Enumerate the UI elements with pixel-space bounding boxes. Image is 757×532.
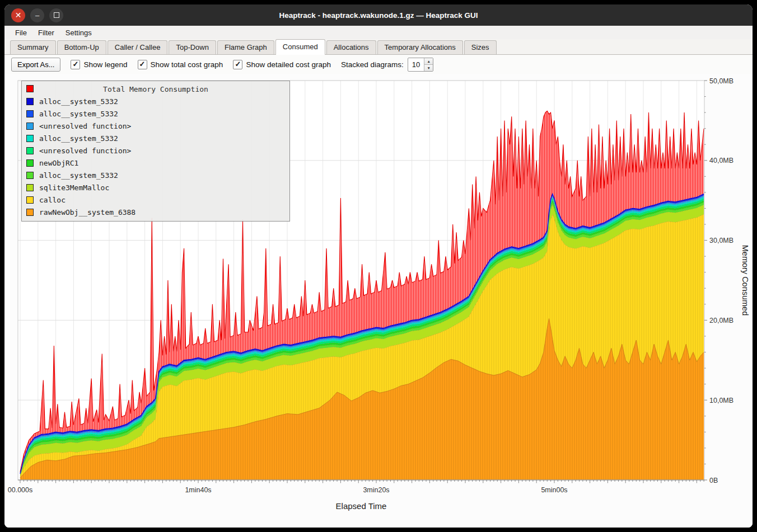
checkbox-label: Show detailed cost graph bbox=[246, 60, 331, 69]
legend-item: alloc__system_5332 bbox=[25, 132, 286, 144]
legend-item: alloc__system_5332 bbox=[25, 107, 286, 120]
legend-item: <unresolved function> bbox=[25, 120, 286, 132]
checkmark-icon: ✓ bbox=[139, 60, 146, 68]
svg-text:Memory Consumed: Memory Consumed bbox=[741, 245, 750, 316]
legend-item: alloc__system_5332 bbox=[25, 169, 286, 181]
minimize-icon: – bbox=[35, 12, 39, 19]
legend-item: sqlite3MemMalloc bbox=[25, 181, 286, 194]
legend-item-label: <unresolved function> bbox=[39, 147, 131, 155]
checkmark-icon: ✓ bbox=[73, 60, 79, 68]
tab-sizes[interactable]: Sizes bbox=[464, 40, 497, 54]
spin-up-button[interactable]: ▲ bbox=[424, 58, 433, 65]
legend-item-label: <unresolved function> bbox=[39, 122, 131, 130]
svg-text:0B: 0B bbox=[709, 477, 718, 484]
legend-color-swatch bbox=[26, 209, 34, 216]
tab-bar: Summary Bottom-Up Caller / Callee Top-Do… bbox=[4, 39, 753, 55]
spinbox-value: 10 bbox=[408, 58, 424, 71]
checkmark-icon: ✓ bbox=[235, 60, 241, 68]
window-title: Heaptrack - heaptrack.wakunode.1.gz — He… bbox=[4, 11, 753, 20]
legend-item-label: alloc__system_5332 bbox=[39, 171, 118, 180]
maximize-button[interactable] bbox=[49, 8, 63, 22]
tab-temporary-allocations[interactable]: Temporary Allocations bbox=[377, 40, 463, 54]
legend-item-label: sqlite3MemMalloc bbox=[39, 183, 109, 192]
maximize-icon bbox=[54, 12, 59, 18]
svg-text:1min40s: 1min40s bbox=[185, 486, 211, 494]
menu-settings[interactable]: Settings bbox=[60, 27, 97, 38]
checkbox-label: Show legend bbox=[83, 60, 127, 69]
legend-item: rawNewObj__system_6388 bbox=[25, 206, 286, 218]
legend-title: Total Memory Consumption bbox=[103, 85, 208, 93]
heaptrack-window: ✕ – Heaptrack - heaptrack.wakunode.1.gz … bbox=[4, 4, 753, 528]
svg-text:30,0MB: 30,0MB bbox=[709, 237, 733, 244]
legend-color-swatch bbox=[26, 159, 34, 167]
legend-rows: alloc__system_5332 alloc__system_5332 <u… bbox=[25, 95, 286, 218]
stacked-diagrams-label: Stacked diagrams: bbox=[341, 60, 404, 69]
svg-text:3min20s: 3min20s bbox=[363, 486, 389, 494]
legend-item: <unresolved function> bbox=[25, 144, 286, 157]
toolbar: Export As... ✓ Show legend ✓ Show total … bbox=[4, 55, 753, 74]
show-total-cost-graph-checkbox[interactable]: ✓ Show total cost graph bbox=[138, 60, 223, 69]
export-as-button[interactable]: Export As... bbox=[11, 58, 60, 72]
svg-text:5min00s: 5min00s bbox=[541, 486, 567, 494]
window-controls: ✕ – bbox=[11, 8, 63, 22]
legend-item-label: alloc__system_5332 bbox=[39, 97, 118, 106]
legend-color-swatch bbox=[26, 98, 34, 105]
legend-color-swatch bbox=[26, 184, 34, 191]
chart-legend: Total Memory Consumption alloc__system_5… bbox=[21, 81, 290, 222]
legend-item: newObjRC1 bbox=[25, 157, 286, 169]
tab-allocations[interactable]: Allocations bbox=[326, 40, 376, 54]
svg-text:00.000s: 00.000s bbox=[8, 486, 32, 494]
show-detailed-cost-graph-checkbox[interactable]: ✓ Show detailed cost graph bbox=[233, 60, 331, 69]
legend-color-swatch bbox=[26, 172, 34, 179]
legend-color-swatch bbox=[26, 123, 34, 130]
close-icon: ✕ bbox=[15, 11, 22, 19]
legend-item-label: alloc__system_5332 bbox=[39, 110, 118, 118]
tab-caller-callee[interactable]: Caller / Callee bbox=[108, 40, 168, 54]
tab-consumed[interactable]: Consumed bbox=[275, 39, 325, 55]
legend-item: alloc__system_5332 bbox=[25, 95, 286, 107]
titlebar: ✕ – Heaptrack - heaptrack.wakunode.1.gz … bbox=[4, 4, 753, 26]
legend-item-label: newObjRC1 bbox=[39, 159, 78, 167]
checkbox-icon: ✓ bbox=[233, 60, 242, 69]
spinbox-buttons: ▲ ▼ bbox=[424, 58, 433, 71]
checkbox-icon: ✓ bbox=[71, 60, 80, 69]
memory-consumption-chart: 0B10,0MB20,0MB30,0MB40,0MB50,0MB00.000s1… bbox=[4, 74, 753, 528]
spin-down-button[interactable]: ▼ bbox=[424, 65, 433, 71]
tab-summary[interactable]: Summary bbox=[10, 40, 56, 54]
close-button[interactable]: ✕ bbox=[11, 8, 25, 22]
svg-text:20,0MB: 20,0MB bbox=[709, 317, 733, 324]
checkbox-icon: ✓ bbox=[138, 60, 147, 69]
stacked-diagrams-control: Stacked diagrams: 10 ▲ ▼ bbox=[341, 58, 433, 72]
menu-filter[interactable]: Filter bbox=[33, 27, 59, 38]
menu-file[interactable]: File bbox=[10, 27, 32, 38]
tab-top-down[interactable]: Top-Down bbox=[169, 40, 216, 54]
legend-item-label: rawNewObj__system_6388 bbox=[39, 208, 135, 216]
legend-item: calloc bbox=[25, 194, 286, 206]
svg-text:50,0MB: 50,0MB bbox=[709, 77, 733, 85]
checkbox-label: Show total cost graph bbox=[151, 60, 223, 69]
svg-text:40,0MB: 40,0MB bbox=[709, 157, 733, 164]
legend-color-swatch bbox=[26, 85, 34, 92]
legend-title-row: Total Memory Consumption bbox=[25, 83, 286, 95]
legend-color-swatch bbox=[26, 110, 34, 117]
svg-text:Elapsed Time: Elapsed Time bbox=[336, 501, 387, 511]
legend-color-swatch bbox=[26, 196, 34, 204]
stacked-diagrams-spinbox[interactable]: 10 ▲ ▼ bbox=[408, 58, 433, 72]
show-legend-checkbox[interactable]: ✓ Show legend bbox=[71, 60, 127, 69]
legend-item-label: alloc__system_5332 bbox=[39, 134, 118, 143]
legend-color-swatch bbox=[26, 147, 34, 154]
minimize-button[interactable]: – bbox=[30, 8, 44, 22]
legend-color-swatch bbox=[26, 135, 34, 142]
svg-text:10,0MB: 10,0MB bbox=[709, 397, 733, 404]
tab-bottom-up[interactable]: Bottom-Up bbox=[57, 40, 106, 54]
tab-flame-graph[interactable]: Flame Graph bbox=[217, 40, 274, 54]
menubar: File Filter Settings bbox=[4, 26, 753, 39]
legend-item-label: calloc bbox=[39, 196, 66, 204]
